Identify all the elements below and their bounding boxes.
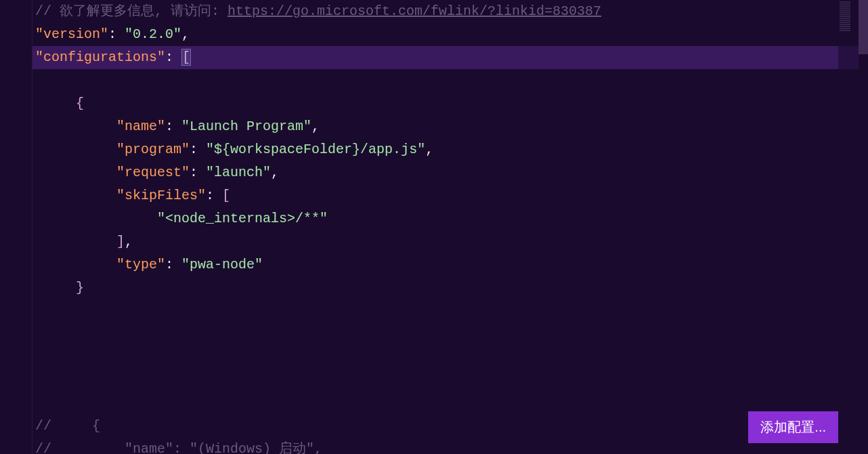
colon: : bbox=[190, 142, 206, 157]
code-line-empty[interactable] bbox=[32, 300, 868, 323]
minimap[interactable] bbox=[838, 0, 859, 454]
code-area[interactable]: // 欲了解更多信息, 请访问: https://go.microsoft.co… bbox=[32, 0, 868, 454]
json-string: "${workspaceFolder}/app.js" bbox=[206, 142, 425, 157]
json-key: "program" bbox=[116, 142, 190, 157]
code-line-comment[interactable]: // 欲了解更多信息, 请访问: https://go.microsoft.co… bbox=[32, 0, 868, 23]
open-bracket: [ bbox=[181, 49, 191, 66]
json-string: "0.2.0" bbox=[125, 26, 181, 42]
open-bracket: [ bbox=[222, 188, 230, 203]
code-line-configurations[interactable]: "configurations": [ bbox=[32, 46, 868, 69]
code-line-empty[interactable] bbox=[32, 392, 868, 415]
comma: , bbox=[425, 142, 433, 157]
colon: : bbox=[165, 119, 181, 134]
json-key: "name" bbox=[116, 119, 165, 134]
code-line-bracket-close[interactable]: ], bbox=[32, 230, 868, 253]
comment-text: // { bbox=[35, 418, 100, 434]
code-line-comment-brace[interactable]: // { bbox=[32, 415, 868, 438]
editor-container: // 欲了解更多信息, 请访问: https://go.microsoft.co… bbox=[0, 0, 868, 454]
comment-link[interactable]: https://go.microsoft.com/fwlink/?linkid=… bbox=[227, 3, 601, 19]
json-key: "type" bbox=[116, 257, 165, 272]
close-bracket: ] bbox=[116, 234, 125, 249]
code-line-empty[interactable] bbox=[32, 323, 868, 346]
comment-text: // 欲了解更多信息, 请访问: bbox=[35, 3, 227, 19]
add-configuration-button[interactable]: 添加配置... bbox=[748, 411, 838, 443]
code-line-empty[interactable] bbox=[32, 369, 868, 392]
json-key: "request" bbox=[116, 165, 190, 180]
vertical-scrollbar[interactable] bbox=[859, 0, 868, 454]
json-key: "configurations" bbox=[35, 49, 165, 65]
comma: , bbox=[271, 165, 279, 180]
colon: : bbox=[108, 26, 125, 42]
scrollbar-thumb[interactable] bbox=[859, 0, 868, 54]
colon: : bbox=[165, 49, 181, 65]
code-line-brace-close[interactable]: } bbox=[32, 276, 868, 300]
code-line-comment-name[interactable]: // "name": "(Windows) 启动", bbox=[32, 438, 868, 454]
code-line-type[interactable]: "type": "pwa-node" bbox=[32, 253, 868, 276]
comma: , bbox=[311, 119, 320, 134]
minimap-content bbox=[840, 1, 857, 32]
comment-text: // "name": "(Windows) 启动", bbox=[35, 441, 322, 454]
json-string: "pwa-node" bbox=[181, 257, 263, 272]
colon: : bbox=[206, 188, 222, 203]
json-string: "Launch Program" bbox=[181, 119, 311, 134]
code-line-version[interactable]: "version": "0.2.0", bbox=[32, 23, 868, 46]
code-line-brace-open[interactable]: { bbox=[32, 92, 868, 115]
colon: : bbox=[165, 257, 181, 272]
code-line-program[interactable]: "program": "${workspaceFolder}/app.js", bbox=[32, 138, 868, 161]
code-line-request[interactable]: "request": "launch", bbox=[32, 161, 868, 184]
code-line-name[interactable]: "name": "Launch Program", bbox=[32, 115, 868, 138]
comma: , bbox=[181, 26, 190, 42]
code-line-empty[interactable] bbox=[32, 69, 868, 92]
code-line-empty[interactable] bbox=[32, 346, 868, 369]
colon: : bbox=[190, 165, 206, 180]
line-gutter bbox=[0, 0, 32, 454]
open-brace: { bbox=[76, 96, 84, 111]
json-key: "version" bbox=[35, 26, 108, 42]
code-line-skipfiles[interactable]: "skipFiles": [ bbox=[32, 184, 868, 207]
close-brace: } bbox=[76, 280, 84, 295]
code-line-skipfiles-value[interactable]: "<node_internals>/**" bbox=[32, 207, 868, 230]
json-string: "launch" bbox=[206, 165, 271, 180]
json-key: "skipFiles" bbox=[116, 188, 206, 203]
json-string: "<node_internals>/**" bbox=[157, 211, 328, 226]
comma: , bbox=[125, 234, 133, 249]
